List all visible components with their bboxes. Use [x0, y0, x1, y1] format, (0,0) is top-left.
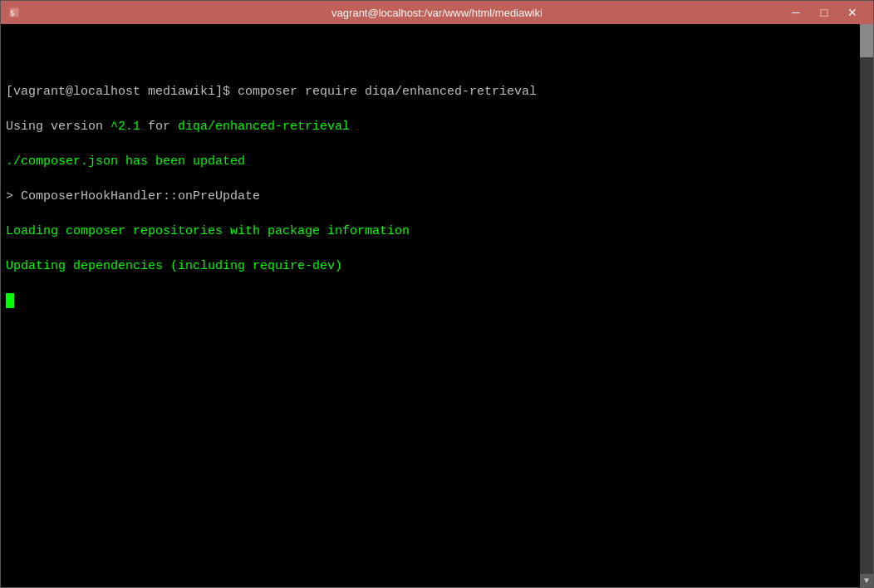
- svg-text:$: $: [10, 9, 14, 17]
- title-bar-left: $: [7, 6, 21, 19]
- terminal-line: Loading composer repositories with packa…: [6, 223, 868, 240]
- cursor-line: [6, 292, 868, 310]
- maximize-button[interactable]: □: [810, 1, 838, 24]
- terminal-content: [vagrant@localhost mediawiki]$ composer …: [6, 31, 868, 310]
- terminal-line: Using version ^2.1 for diqa/enhanced-ret…: [6, 118, 868, 135]
- window-title: vagrant@localhost:/var/www/html/mediawik…: [331, 7, 543, 19]
- title-bar: $ vagrant@localhost:/var/www/html/mediaw…: [1, 1, 873, 24]
- terminal-line: ./composer.json has been updated: [6, 153, 868, 170]
- terminal-line: [vagrant@localhost mediawiki]$ composer …: [6, 83, 868, 100]
- scrollbar[interactable]: ▲ ▼: [860, 24, 873, 587]
- scrollbar-down-arrow[interactable]: ▼: [860, 574, 873, 587]
- terminal-icon: $: [7, 6, 21, 19]
- terminal-cursor: [6, 293, 14, 308]
- terminal-line: > ComposerHookHandler::onPreUpdate: [6, 188, 868, 205]
- terminal-window: $ vagrant@localhost:/var/www/html/mediaw…: [0, 0, 874, 588]
- close-button[interactable]: ✕: [838, 1, 867, 24]
- minimize-button[interactable]: ─: [782, 1, 810, 24]
- terminal-line: Updating dependencies (including require…: [6, 257, 868, 275]
- scrollbar-thumb[interactable]: [860, 24, 873, 57]
- terminal-body[interactable]: [vagrant@localhost mediawiki]$ composer …: [1, 24, 873, 587]
- window-controls: ─ □ ✕: [782, 1, 867, 24]
